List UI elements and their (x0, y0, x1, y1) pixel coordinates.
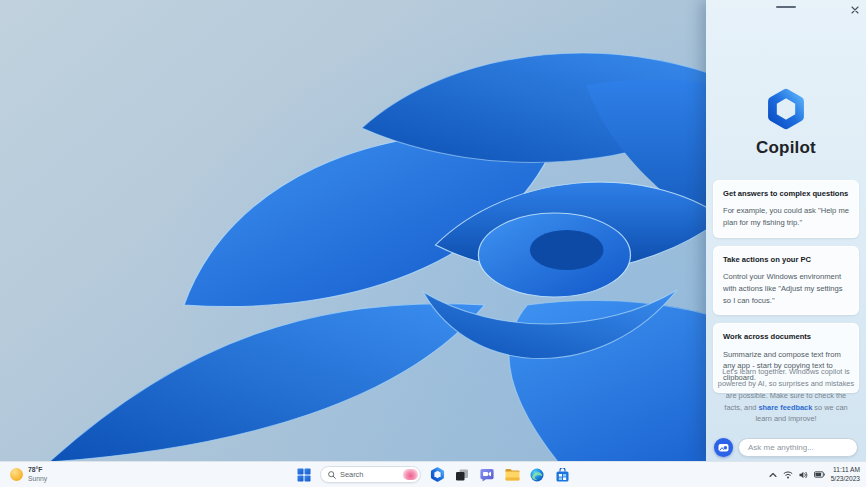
chat-button[interactable] (478, 466, 496, 484)
ask-input[interactable] (738, 438, 858, 457)
start-button[interactable] (295, 466, 313, 484)
weather-widget[interactable]: 78°F Sunny (10, 462, 47, 487)
file-explorer-button[interactable] (503, 466, 521, 484)
taskbar-center: Search (295, 462, 571, 487)
edge-button[interactable] (528, 466, 546, 484)
volume-icon[interactable] (799, 471, 808, 479)
sunny-icon (10, 468, 23, 481)
share-feedback-link[interactable]: share feedback (758, 403, 812, 412)
taskbar-copilot-button[interactable] (428, 466, 446, 484)
clock[interactable]: 11:11 AM 5/23/2023 (831, 466, 860, 484)
tray-date: 5/23/2023 (831, 475, 860, 484)
copilot-icon (430, 467, 445, 482)
card-body: For example, you could ask "Help me plan… (723, 205, 849, 229)
weather-condition: Sunny (28, 475, 47, 484)
chat-icon (480, 468, 494, 482)
tray-time: 11:11 AM (831, 466, 860, 475)
microsoft-store-icon (556, 468, 569, 482)
panel-title: Copilot (706, 138, 866, 158)
copilot-logo-icon (765, 88, 807, 130)
disclaimer-text: Let's learn together. Windows copilot is… (717, 366, 855, 425)
suggestion-card-actions[interactable]: Take actions on your PC Control your Win… (713, 246, 859, 316)
system-tray: 11:11 AM 5/23/2023 (769, 462, 860, 487)
microsoft-store-button[interactable] (553, 466, 571, 484)
wifi-icon[interactable] (783, 471, 793, 479)
card-title: Get answers to complex questions (723, 189, 849, 199)
search-icon (328, 471, 336, 479)
search-highlight-image (403, 469, 418, 480)
suggestion-card-answers[interactable]: Get answers to complex questions For exa… (713, 180, 859, 238)
prompt-bar (714, 438, 858, 457)
windows-logo-icon (297, 468, 311, 482)
add-screenshot-button[interactable] (714, 438, 733, 457)
card-title: Work across documents (723, 332, 849, 342)
weather-temperature: 78°F (28, 466, 47, 475)
screen: Copilot Get answers to complex questions… (0, 0, 866, 487)
search-label: Search (340, 470, 399, 479)
taskbar: 78°F Sunny S (0, 461, 866, 487)
edge-icon (530, 468, 544, 482)
search-box[interactable]: Search (320, 466, 421, 483)
camera-icon (718, 443, 729, 452)
suggestion-cards: Get answers to complex questions For exa… (713, 180, 859, 393)
task-view-icon (455, 468, 469, 482)
close-icon[interactable] (848, 3, 861, 16)
card-title: Take actions on your PC (723, 255, 849, 265)
file-explorer-icon (505, 468, 520, 481)
panel-drag-handle-icon[interactable] (776, 6, 796, 8)
task-view-button[interactable] (453, 466, 471, 484)
tray-overflow-chevron-icon[interactable] (769, 472, 777, 478)
card-body: Control your Windows environment with ac… (723, 271, 849, 306)
copilot-panel: Copilot Get answers to complex questions… (706, 0, 866, 462)
battery-icon[interactable] (814, 471, 825, 478)
